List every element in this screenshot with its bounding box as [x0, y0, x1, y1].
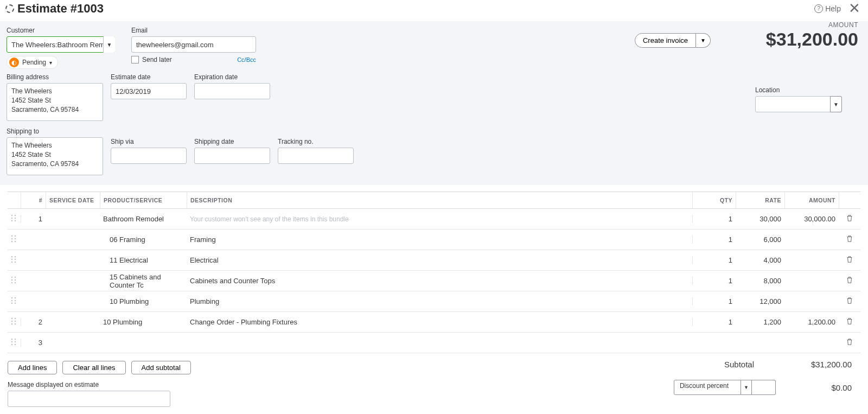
add-lines-button[interactable]: Add lines	[8, 361, 57, 374]
delete-row-icon[interactable]	[839, 214, 860, 224]
product-cell[interactable]: 10 Plumbing	[100, 297, 187, 305]
shipping-date-input[interactable]	[194, 148, 270, 164]
amount-cell[interactable]: 1,200.00	[784, 318, 839, 326]
checkbox-icon	[131, 56, 139, 63]
amount-cell[interactable]: 30,000.00	[784, 215, 839, 223]
svg-point-37	[15, 339, 16, 340]
product-cell[interactable]: 11 Electrical	[100, 256, 187, 264]
amount-label: AMOUNT	[766, 21, 858, 29]
svg-point-39	[15, 341, 16, 342]
svg-point-33	[15, 321, 16, 322]
svg-point-23	[15, 282, 16, 283]
send-later-checkbox[interactable]: Send later	[131, 56, 172, 63]
qty-cell[interactable]: 1	[692, 256, 736, 264]
row-number: 1	[21, 215, 46, 223]
shipping-to-input[interactable]: The Wheelers 1452 State St Sacramento, C…	[7, 137, 103, 175]
rate-cell[interactable]: 30,000	[736, 215, 784, 223]
estimate-date-input[interactable]	[111, 83, 187, 99]
svg-point-13	[15, 256, 16, 257]
table-row[interactable]: 11 ElectricalElectrical14,000	[8, 250, 860, 271]
rate-cell[interactable]: 8,000	[736, 277, 784, 285]
add-subtotal-button[interactable]: Add subtotal	[131, 361, 191, 374]
create-invoice-dropdown[interactable]: ▼	[696, 33, 711, 48]
billing-address-input[interactable]: The Wheelers 1452 State St Sacramento, C…	[7, 83, 103, 121]
svg-point-5	[15, 220, 16, 221]
product-cell[interactable]: 10 Plumbing	[100, 318, 187, 326]
svg-point-28	[11, 303, 12, 304]
description-cell[interactable]: Plumbing	[187, 297, 692, 305]
description-cell[interactable]: Framing	[187, 235, 692, 244]
qty-cell[interactable]: 1	[692, 277, 736, 285]
table-row[interactable]: 15 Cabinets and Counter TcCabinets and C…	[8, 271, 860, 291]
svg-point-36	[11, 339, 12, 340]
description-cell[interactable]: Cabinets and Counter Tops	[187, 277, 692, 285]
subtotal-value: $31,200.00	[792, 360, 852, 369]
svg-point-24	[11, 297, 12, 298]
svg-point-9	[15, 238, 16, 239]
ship-via-input[interactable]	[111, 148, 187, 164]
drag-handle-icon[interactable]	[8, 338, 21, 347]
location-select[interactable]	[755, 96, 842, 112]
table-row[interactable]: 3	[8, 333, 860, 353]
table-row[interactable]: 06 FramingFraming16,000	[8, 230, 860, 250]
subtotal-label: Subtotal	[724, 360, 754, 369]
svg-point-12	[11, 256, 12, 257]
chevron-down-icon: ▾	[49, 60, 52, 66]
customer-select[interactable]	[7, 36, 115, 53]
delete-row-icon[interactable]	[839, 256, 860, 265]
product-cell[interactable]: 06 Framing	[100, 235, 187, 244]
rate-cell[interactable]: 1,200	[736, 318, 784, 326]
qty-cell[interactable]: 1	[692, 318, 736, 326]
svg-point-16	[11, 262, 12, 263]
chevron-down-icon: ▼	[741, 380, 752, 395]
rate-cell[interactable]: 4,000	[736, 256, 784, 264]
status-pending-pill[interactable]: ◐ Pending ▾	[7, 56, 58, 69]
table-row[interactable]: 1Bathroom RemodelYour customer won't see…	[8, 209, 860, 230]
qty-cell[interactable]: 1	[692, 235, 736, 244]
email-input[interactable]	[131, 36, 256, 53]
description-cell[interactable]: Electrical	[187, 256, 692, 264]
svg-point-26	[11, 300, 12, 301]
col-product: PRODUCT/SERVICE	[100, 192, 187, 208]
help-link[interactable]: ? Help	[814, 4, 841, 13]
col-drag	[8, 192, 21, 208]
product-cell[interactable]: Bathroom Remodel	[100, 215, 187, 223]
delete-row-icon[interactable]	[839, 297, 860, 306]
description-cell[interactable]: Change Order - Plumbing Fixtures	[187, 318, 692, 326]
qty-cell[interactable]: 1	[692, 215, 736, 223]
svg-point-10	[11, 241, 12, 242]
rate-cell[interactable]: 12,000	[736, 297, 784, 305]
drag-handle-icon[interactable]	[8, 214, 21, 224]
delete-row-icon[interactable]	[839, 276, 860, 285]
delete-row-icon[interactable]	[839, 317, 860, 327]
expiration-date-label: Expiration date	[194, 73, 270, 81]
close-icon[interactable]: ✕	[848, 0, 860, 17]
shipping-date-label: Shipping date	[194, 138, 270, 145]
drag-handle-icon[interactable]	[8, 256, 21, 265]
rate-cell[interactable]: 6,000	[736, 235, 784, 244]
col-rate: RATE	[736, 192, 784, 208]
message-input[interactable]	[8, 391, 170, 407]
tracking-no-input[interactable]	[278, 148, 354, 164]
delete-row-icon[interactable]	[839, 338, 860, 347]
col-trash	[839, 192, 860, 208]
drag-handle-icon[interactable]	[8, 276, 21, 285]
drag-handle-icon[interactable]	[8, 297, 21, 306]
table-row[interactable]: 210 PlumbingChange Order - Plumbing Fixt…	[8, 312, 860, 333]
drag-handle-icon[interactable]	[8, 317, 21, 327]
product-cell[interactable]: 15 Cabinets and Counter Tc	[100, 273, 187, 289]
drag-handle-icon[interactable]	[8, 235, 21, 244]
discount-amount-input[interactable]	[752, 380, 776, 395]
shipping-to-label: Shipping to	[7, 128, 103, 135]
clear-all-lines-button[interactable]: Clear all lines	[62, 361, 125, 374]
table-row[interactable]: 10 PlumbingPlumbing112,000	[8, 291, 860, 312]
delete-row-icon[interactable]	[839, 235, 860, 244]
create-invoice-button[interactable]: Create invoice	[635, 33, 696, 48]
svg-point-15	[15, 259, 16, 260]
expiration-date-input[interactable]	[194, 83, 270, 99]
cc-bcc-link[interactable]: Cc/Bcc	[237, 56, 256, 63]
qty-cell[interactable]: 1	[692, 297, 736, 305]
discount-type-select[interactable]: Discount percent	[674, 380, 741, 395]
amount-value: $31,200.00	[766, 29, 858, 50]
description-cell[interactable]: Your customer won't see any of the items…	[187, 215, 692, 223]
